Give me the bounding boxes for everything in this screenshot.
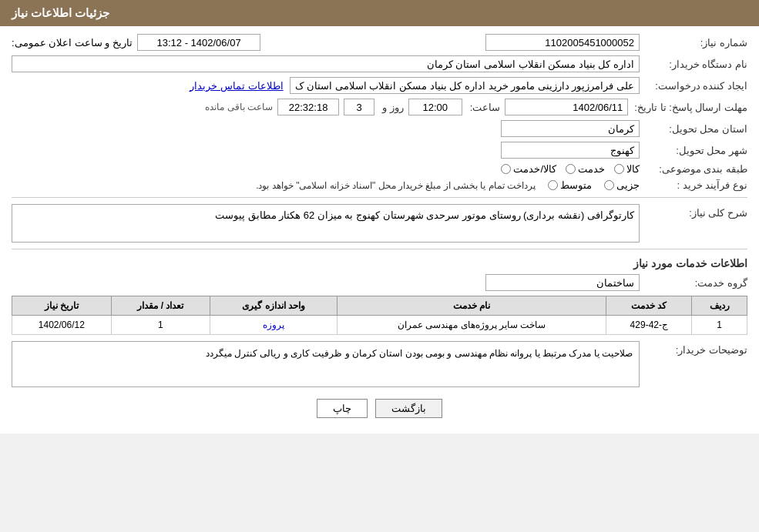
service-group-label: گروه خدمت: bbox=[640, 277, 747, 289]
deadline-days-label: روز و bbox=[382, 102, 404, 113]
kala-radio[interactable] bbox=[614, 164, 624, 174]
need-number-display: 1102005451000052 bbox=[485, 34, 640, 51]
table-row: 1 ج-42-429 ساخت سایر پروژه‌های مهندسی عم… bbox=[12, 316, 747, 335]
deadline-remaining: 22:32:18 bbox=[277, 99, 339, 115]
button-bar: بازگشت چاپ bbox=[12, 399, 747, 418]
jozi-radio[interactable] bbox=[604, 180, 614, 190]
col-date: تاریخ نیاز bbox=[12, 296, 112, 316]
need-number-value: 1102005451000052 bbox=[284, 34, 640, 51]
main-content: شماره نیاز: 1102005451000052 1402/06/07 … bbox=[0, 26, 759, 433]
description-label: شرح کلی نیاز: bbox=[640, 204, 747, 219]
city-value: کهنوج bbox=[501, 142, 640, 159]
col-service-name: نام خدمت bbox=[337, 296, 606, 316]
back-button[interactable]: بازگشت bbox=[375, 399, 442, 418]
jozi-label: جزیی bbox=[616, 179, 640, 191]
deadline-label: مهلت ارسال پاسخ: تا تاریخ: bbox=[628, 102, 747, 113]
services-section-title: اطلاعات خدمات مورد نیاز bbox=[12, 257, 747, 269]
divider-2 bbox=[12, 249, 747, 249]
category-option-kala: کالا bbox=[614, 163, 640, 175]
buyer-desc-row: توضیحات خریدار: صلاحیت یا مدرک مرتبط یا … bbox=[12, 341, 747, 387]
kala-khedmat-radio[interactable] bbox=[501, 164, 511, 174]
announcement-row: 1402/06/07 - 13:12 تاریخ و ساعت اعلان عم… bbox=[12, 34, 260, 51]
creator-label: ایجاد کننده درخواست: bbox=[640, 80, 747, 92]
deadline-flex: 1402/06/11 ساعت: 12:00 روز و 3 22:32:18 … bbox=[12, 99, 628, 115]
motevaset-label: متوسط bbox=[560, 179, 592, 191]
buyer-org-row: نام دستگاه خریدار: اداره کل بنیاد مسکن ا… bbox=[12, 55, 747, 72]
category-label: طبقه بندی موضوعی: bbox=[640, 163, 747, 175]
city-row: شهر محل تحویل: کهنوج bbox=[12, 142, 747, 159]
print-button[interactable]: چاپ bbox=[317, 399, 368, 418]
purchase-type-options: جزیی متوسط پرداخت تمام یا بخشی از مبلغ خ… bbox=[12, 179, 640, 191]
cell-date: 1402/06/12 bbox=[12, 316, 112, 335]
deadline-time-label: ساعت: bbox=[470, 102, 501, 113]
deadline-remaining-label: ساعت باقی مانده bbox=[205, 102, 273, 112]
purchase-type-label: نوع فرآیند خرید : bbox=[640, 179, 747, 191]
buyer-desc-label: توضیحات خریدار: bbox=[640, 341, 747, 356]
announcement-label: تاریخ و ساعت اعلان عمومی: bbox=[12, 37, 133, 49]
cell-service-code: ج-42-429 bbox=[606, 316, 692, 335]
category-option-khedmat: خدمت bbox=[566, 163, 605, 175]
col-unit: واحد اندازه گیری bbox=[210, 296, 338, 316]
buyer-org-value: اداره کل بنیاد مسکن انقلاب اسلامی استان … bbox=[12, 55, 640, 72]
services-table: ردیف کد خدمت نام خدمت واحد اندازه گیری ت… bbox=[12, 296, 747, 335]
need-number-label: شماره نیاز: bbox=[640, 37, 747, 49]
cell-quantity: 1 bbox=[111, 316, 210, 335]
description-value: کارتوگرافی (نقشه برداری) روستای موتور سر… bbox=[12, 204, 640, 243]
col-quantity: تعداد / مقدار bbox=[111, 296, 210, 316]
table-header-row: ردیف کد خدمت نام خدمت واحد اندازه گیری ت… bbox=[12, 296, 747, 316]
province-value: کرمان bbox=[501, 120, 640, 137]
buyer-org-display: اداره کل بنیاد مسکن انقلاب اسلامی استان … bbox=[12, 55, 640, 72]
page-header: جزئیات اطلاعات نیاز bbox=[0, 0, 759, 26]
city-label: شهر محل تحویل: bbox=[640, 145, 747, 156]
category-row: طبقه بندی موضوعی: کالا خدمت کالا/خدمت bbox=[12, 163, 747, 175]
cell-unit: پروزه bbox=[210, 316, 338, 335]
service-group-row: گروه خدمت: ساختمان bbox=[12, 274, 747, 291]
purchase-type-motevaset: متوسط bbox=[548, 179, 592, 191]
category-option-kala-khedmat: کالا/خدمت bbox=[501, 163, 556, 175]
khedmat-label: خدمت bbox=[578, 163, 605, 175]
description-row: شرح کلی نیاز: کارتوگرافی (نقشه برداری) ر… bbox=[12, 204, 747, 243]
contact-link[interactable]: اطلاعات تماس خریدار bbox=[190, 80, 283, 92]
need-number-row: شماره نیاز: 1102005451000052 1402/06/07 … bbox=[12, 34, 747, 51]
khedmat-radio[interactable] bbox=[566, 164, 576, 174]
buyer-org-label: نام دستگاه خریدار: bbox=[640, 59, 747, 70]
creator-value: علی فرامرزپور دارزینی مامور خرید اداره ک… bbox=[12, 77, 640, 94]
purchase-type-row: نوع فرآیند خرید : جزیی متوسط پرداخت تمام… bbox=[12, 179, 747, 191]
col-service-code: کد خدمت bbox=[606, 296, 692, 316]
buyer-desc-value: صلاحیت یا مدرک مرتبط یا پروانه نظام مهند… bbox=[12, 341, 640, 387]
deadline-days: 3 bbox=[344, 99, 374, 115]
page-wrapper: جزئیات اطلاعات نیاز شماره نیاز: 11020054… bbox=[0, 0, 759, 433]
purchase-type-note: پرداخت تمام یا بخشی از مبلغ خریدار محل "… bbox=[256, 180, 536, 191]
deadline-row: مهلت ارسال پاسخ: تا تاریخ: 1402/06/11 سا… bbox=[12, 99, 747, 115]
kala-label: کالا bbox=[626, 163, 640, 175]
province-label: استان محل تحویل: bbox=[640, 123, 747, 135]
col-row-num: ردیف bbox=[692, 296, 747, 316]
province-row: استان محل تحویل: کرمان bbox=[12, 120, 747, 137]
creator-display: علی فرامرزپور دارزینی مامور خرید اداره ک… bbox=[290, 77, 640, 94]
cell-service-name: ساخت سایر پروژه‌های مهندسی عمران bbox=[337, 316, 606, 335]
purchase-type-jozi: جزیی bbox=[604, 179, 640, 191]
motevaset-radio[interactable] bbox=[548, 180, 558, 190]
category-options: کالا خدمت کالا/خدمت bbox=[12, 163, 640, 175]
divider-1 bbox=[12, 197, 747, 198]
kala-khedmat-label: کالا/خدمت bbox=[513, 163, 556, 175]
cell-row-num: 1 bbox=[692, 316, 747, 335]
announcement-value: 1402/06/07 - 13:12 bbox=[137, 34, 260, 51]
service-group-value: ساختمان bbox=[485, 274, 640, 291]
deadline-date: 1402/06/11 bbox=[505, 99, 628, 115]
creator-row: ایجاد کننده درخواست: علی فرامرزپور دارزی… bbox=[12, 77, 747, 94]
deadline-time: 12:00 bbox=[408, 99, 462, 115]
page-title: جزئیات اطلاعات نیاز bbox=[12, 6, 109, 19]
